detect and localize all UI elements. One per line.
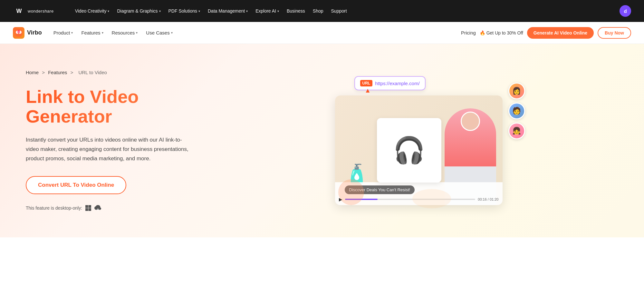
nav-item-diagram-graphics[interactable]: Diagram & Graphics ▾ — [114, 6, 164, 15]
promo-badge: 🔥 Get Up to 30% Off — [480, 30, 523, 35]
svg-point-5 — [17, 30, 20, 34]
svg-rect-6 — [85, 205, 88, 208]
chevron-down-icon: ▾ — [246, 9, 248, 13]
nav-item-video-creativity[interactable]: Video Creativity ▾ — [72, 6, 113, 15]
nav-item-support[interactable]: Support — [328, 6, 350, 15]
chevron-down-icon: ▾ — [277, 9, 279, 13]
svg-rect-7 — [89, 205, 91, 208]
chevron-down-icon: ▾ — [71, 31, 73, 35]
chevron-down-icon: ▾ — [171, 31, 173, 35]
decorative-blob-1 — [338, 179, 364, 205]
svg-rect-9 — [89, 208, 91, 211]
top-nav-links: Video Creativity ▾ Diagram & Graphics ▾ … — [72, 6, 609, 15]
product-showcase: 🎧 — [377, 118, 441, 183]
virbo-nav-product[interactable]: Product ▾ — [50, 28, 77, 37]
virbo-nav-right: Pricing 🔥 Get Up to 30% Off Generate AI … — [461, 27, 631, 39]
chevron-down-icon: ▾ — [108, 9, 109, 13]
nav-item-data-management[interactable]: Data Management ▾ — [205, 6, 251, 15]
nav-item-explore-ai[interactable]: Explore AI ▾ — [252, 6, 282, 15]
breadcrumb-home[interactable]: Home — [26, 70, 39, 75]
hero-content: Home > Features > URL to Video Link to V… — [26, 70, 219, 212]
virbo-nav-resources[interactable]: Resources ▾ — [108, 28, 142, 37]
virbo-nav-links: Product ▾ Features ▾ Resources ▾ Use Cas… — [50, 28, 458, 37]
virbo-logo-icon — [13, 27, 24, 39]
generate-ai-video-button[interactable]: Generate AI Video Online — [527, 27, 594, 39]
hero-title: Link to Video Generator — [26, 87, 219, 126]
progress-track — [345, 199, 476, 200]
chevron-down-icon: ▾ — [102, 31, 103, 35]
breadcrumb-sep-1: > — [42, 70, 46, 75]
logo-text: wondershare — [28, 9, 54, 14]
pricing-link[interactable]: Pricing — [461, 30, 476, 35]
avatar-1: 👩 — [508, 83, 525, 99]
breadcrumb-features[interactable]: Features — [48, 70, 67, 75]
presenter-head — [461, 112, 480, 131]
virbo-navigation: Virbo Product ▾ Features ▾ Resources ▾ U… — [0, 22, 644, 44]
platform-icons — [85, 204, 101, 212]
decorative-blob-2 — [412, 189, 451, 208]
virbo-nav-features[interactable]: Features ▾ — [77, 28, 107, 37]
windows-icon — [85, 204, 92, 212]
url-arrow-icon: ▲ — [365, 87, 371, 94]
cloud-download-icon — [94, 204, 101, 212]
chevron-down-icon: ▾ — [198, 9, 200, 13]
illustration-container: URL https://example.com/ ▲ 🧴 🎧 — [329, 70, 515, 212]
hero-section: Home > Features > URL to Video Link to V… — [0, 44, 644, 237]
user-avatar[interactable]: d — [620, 5, 631, 17]
desktop-note: This feature is desktop-only: — [26, 204, 219, 212]
buy-now-button[interactable]: Buy Now — [598, 27, 631, 39]
virbo-nav-use-cases[interactable]: Use Cases ▾ — [142, 28, 176, 37]
hero-description: Instantly convert your URLs into videos … — [26, 135, 193, 164]
virbo-logo[interactable]: Virbo — [13, 27, 42, 39]
url-bubble: URL https://example.com/ ▲ — [354, 76, 426, 90]
virbo-brand-name: Virbo — [27, 29, 42, 36]
chevron-down-icon: ▾ — [136, 31, 138, 35]
svg-rect-8 — [85, 208, 88, 211]
breadcrumb-sep-2: > — [71, 70, 75, 75]
hero-illustration: URL https://example.com/ ▲ 🧴 🎧 — [219, 63, 625, 218]
nav-item-pdf-solutions[interactable]: PDF Solutions ▾ — [165, 6, 203, 15]
url-value: https://example.com/ — [375, 81, 419, 86]
breadcrumb: Home > Features > URL to Video — [26, 70, 219, 75]
top-navigation: W wondershare Video Creativity ▾ Diagram… — [0, 0, 644, 22]
url-tag-label: URL — [360, 80, 373, 86]
chevron-down-icon: ▾ — [159, 9, 161, 13]
top-nav-right: d — [620, 5, 631, 17]
nav-item-shop[interactable]: Shop — [310, 6, 327, 15]
avatar-circles: 👩 🧑 👧 — [508, 83, 525, 139]
desktop-note-text: This feature is desktop-only: — [26, 205, 82, 211]
breadcrumb-current: URL to Video — [78, 70, 107, 75]
convert-url-button[interactable]: Convert URL To Video Online — [26, 176, 126, 194]
video-time: 00:16 / 01:20 — [478, 197, 498, 201]
avatar-2: 🧑 — [508, 103, 525, 119]
avatar-3: 👧 — [508, 123, 525, 139]
nav-item-business[interactable]: Business — [284, 6, 308, 15]
svg-text:W: W — [16, 8, 22, 14]
wondershare-logo[interactable]: W wondershare — [13, 5, 54, 17]
